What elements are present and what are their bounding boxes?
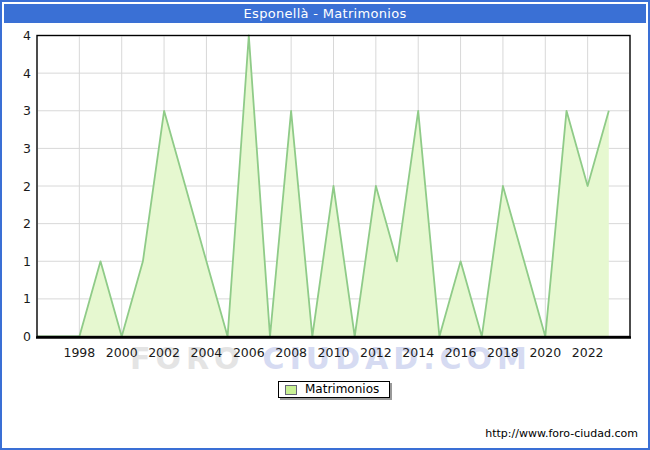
footer-url-link[interactable]: http://www.foro-ciudad.com — [485, 427, 638, 440]
y-tick-label: 3 — [23, 103, 31, 118]
x-tick-label: 2000 — [106, 345, 138, 360]
y-tick-label: 2 — [23, 216, 31, 231]
legend: Matrimonios — [278, 381, 390, 398]
legend-label: Matrimonios — [305, 382, 379, 397]
y-tick-label: 4 — [23, 66, 31, 81]
y-tick-label: 1 — [23, 291, 31, 306]
x-tick-label: 2020 — [529, 345, 561, 360]
x-tick-label: 2022 — [572, 345, 604, 360]
y-tick-label: 2 — [23, 179, 31, 194]
y-tick-label: 1 — [23, 254, 31, 269]
y-tick-label: 3 — [23, 141, 31, 156]
x-tick-label: 2012 — [360, 345, 392, 360]
x-tick-label: 2008 — [275, 345, 307, 360]
x-tick-label: 2002 — [148, 345, 180, 360]
x-tick-label: 2010 — [318, 345, 350, 360]
x-tick-label: 2018 — [487, 345, 519, 360]
x-tick-label: 2016 — [445, 345, 477, 360]
x-tick-label: 2004 — [191, 345, 223, 360]
x-tick-label: 2014 — [402, 345, 434, 360]
chart-window: Esponellà - Matrimonios FOROCIUDAD.COM 4… — [0, 0, 650, 450]
legend-swatch-icon — [285, 385, 297, 395]
y-tick-label: 0 — [23, 329, 31, 344]
x-tick-label: 1998 — [63, 345, 95, 360]
x-tick-label: 2006 — [233, 345, 265, 360]
y-tick-label: 4 — [23, 28, 31, 43]
